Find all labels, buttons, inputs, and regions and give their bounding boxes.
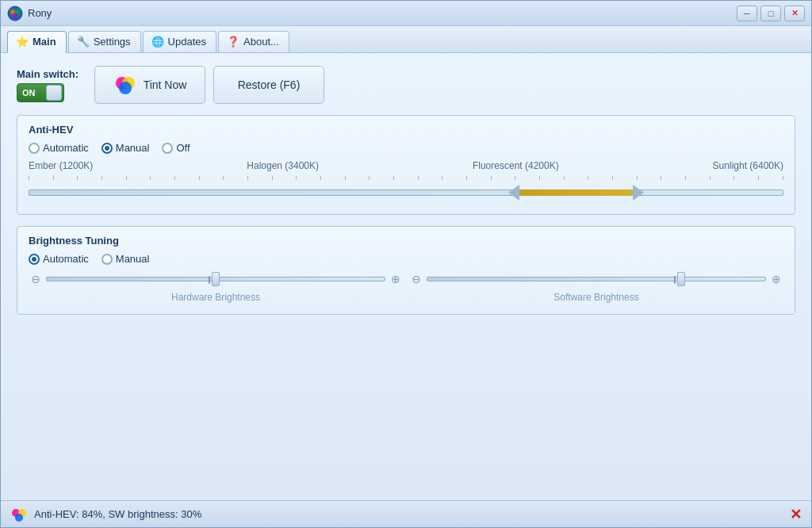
- tab-about[interactable]: ❓ About...: [218, 31, 289, 52]
- temp-label-mid1: Halogen (3400K): [247, 160, 319, 171]
- tick: [466, 176, 467, 180]
- maximize-button[interactable]: □: [760, 6, 781, 21]
- main-switch-label: Main switch:: [17, 68, 79, 80]
- close-button[interactable]: ✕: [784, 6, 805, 21]
- main-switch-toggle[interactable]: ON: [17, 83, 64, 102]
- tick-marks: [29, 174, 783, 180]
- tab-main-icon: ⭐: [16, 36, 29, 48]
- hardware-increase-btn[interactable]: ⊕: [389, 273, 403, 285]
- top-controls: Main switch: ON Tint Now Restore (F6): [17, 66, 795, 104]
- tick: [247, 176, 248, 180]
- tick: [612, 176, 613, 180]
- tab-main-label: Main: [33, 36, 56, 48]
- tick: [53, 176, 54, 180]
- status-text-group: Anti-HEV: 84%, SW brightness: 30%: [10, 506, 201, 523]
- tick: [733, 176, 734, 180]
- slider-thumb-right[interactable]: [633, 185, 644, 201]
- tick: [29, 176, 29, 180]
- brightness-panel: Brightness Tuning Automatic Manual ⊖: [17, 226, 795, 315]
- main-switch-group: Main switch: ON: [17, 68, 79, 102]
- tick: [588, 176, 588, 180]
- tick: [150, 176, 151, 180]
- tick: [710, 176, 710, 180]
- brightness-manual-label: Manual: [116, 253, 150, 265]
- anti-hev-off-radio[interactable]: Off: [162, 142, 190, 154]
- svg-point-9: [15, 514, 23, 522]
- restore-label: Restore (F6): [238, 78, 301, 91]
- tint-now-label: Tint Now: [144, 78, 187, 91]
- anti-hev-mode-group: Automatic Manual Off: [29, 142, 783, 154]
- tick: [345, 176, 346, 180]
- brightness-manual-circle: [102, 254, 113, 265]
- tab-updates-label: Updates: [168, 36, 206, 48]
- tick: [685, 176, 686, 180]
- tick: [539, 176, 540, 180]
- toggle-on-text: ON: [19, 88, 36, 98]
- sw-slider-thumb[interactable]: [677, 272, 685, 286]
- cmyk-icon: [113, 73, 137, 97]
- brightness-mode-group: Automatic Manual: [29, 253, 783, 265]
- anti-hev-title: Anti-HEV: [29, 124, 783, 136]
- main-window: Rony ─ □ ✕ ⭐ Main 🔧 Settings 🌐 Updates ❓…: [0, 0, 812, 528]
- anti-hev-panel: Anti-HEV Automatic Manual Off Ember (120…: [17, 115, 795, 215]
- brightness-automatic-circle: [29, 254, 40, 265]
- restore-button[interactable]: Restore (F6): [213, 66, 324, 104]
- toggle-thumb: [46, 85, 62, 101]
- hardware-brightness-controls: ⊖ ⊕: [29, 271, 403, 287]
- anti-hev-manual-label: Manual: [116, 142, 150, 154]
- anti-hev-automatic-circle: [29, 143, 40, 154]
- tab-settings[interactable]: 🔧 Settings: [68, 31, 141, 52]
- title-bar-left: Rony: [7, 6, 52, 21]
- tick: [126, 176, 127, 180]
- hw-slider-thumb[interactable]: [212, 272, 220, 286]
- brightness-title: Brightness Tuning: [29, 235, 783, 247]
- tick: [758, 176, 759, 180]
- temp-label-right: Sunlight (6400K): [713, 160, 783, 171]
- brightness-automatic-radio[interactable]: Automatic: [29, 253, 89, 265]
- tick: [320, 176, 321, 180]
- tab-bar: ⭐ Main 🔧 Settings 🌐 Updates ❓ About...: [1, 26, 811, 53]
- status-icon: [10, 506, 28, 523]
- status-message: Anti-HEV: 84%, SW brightness: 30%: [34, 508, 201, 520]
- tick: [77, 176, 78, 180]
- software-brightness-group: ⊖ ⊕ Software Brightness: [409, 271, 783, 303]
- tab-updates[interactable]: 🌐 Updates: [143, 31, 216, 52]
- tab-main[interactable]: ⭐ Main: [7, 31, 67, 53]
- tab-updates-icon: 🌐: [151, 36, 164, 48]
- tick: [442, 176, 442, 180]
- title-bar-controls: ─ □ ✕: [737, 6, 805, 21]
- tab-settings-icon: 🔧: [77, 36, 90, 48]
- minimize-button[interactable]: ─: [737, 6, 757, 21]
- title-bar: Rony ─ □ ✕: [1, 1, 811, 26]
- anti-hev-slider[interactable]: [29, 184, 783, 201]
- hardware-decrease-btn[interactable]: ⊖: [29, 273, 43, 285]
- brightness-manual-radio[interactable]: Manual: [102, 253, 150, 265]
- software-increase-btn[interactable]: ⊕: [769, 273, 783, 285]
- tick: [637, 176, 638, 180]
- close-status-button[interactable]: ✕: [790, 506, 802, 523]
- svg-point-3: [13, 13, 17, 18]
- tick: [272, 176, 273, 180]
- software-decrease-btn[interactable]: ⊖: [409, 273, 423, 285]
- tick: [199, 176, 200, 180]
- content-area: Main switch: ON Tint Now Restore (F6): [1, 53, 811, 500]
- brightness-automatic-label: Automatic: [43, 253, 89, 265]
- hardware-slider[interactable]: [46, 271, 385, 287]
- temp-label-left: Ember (1200K): [29, 160, 93, 171]
- status-bar: Anti-HEV: 84%, SW brightness: 30% ✕: [1, 500, 811, 527]
- slider-track: [29, 189, 783, 196]
- tint-now-button[interactable]: Tint Now: [94, 66, 205, 104]
- tab-about-label: About...: [243, 36, 279, 48]
- software-slider[interactable]: [427, 271, 766, 287]
- hardware-brightness-group: ⊖ ⊕ Hardware Brightness: [29, 271, 403, 303]
- slider-thumb-left[interactable]: [508, 185, 519, 201]
- tick: [783, 176, 783, 180]
- anti-hev-off-circle: [162, 143, 173, 154]
- anti-hev-automatic-radio[interactable]: Automatic: [29, 142, 89, 154]
- temperature-labels: Ember (1200K) Halogen (3400K) Fluorescen…: [29, 160, 783, 171]
- svg-point-2: [15, 10, 20, 14]
- software-brightness-controls: ⊖ ⊕: [409, 271, 783, 287]
- anti-hev-manual-radio[interactable]: Manual: [102, 142, 150, 154]
- tick: [369, 176, 370, 180]
- brightness-sliders-row: ⊖ ⊕ Hardware Brightness ⊖: [29, 271, 783, 303]
